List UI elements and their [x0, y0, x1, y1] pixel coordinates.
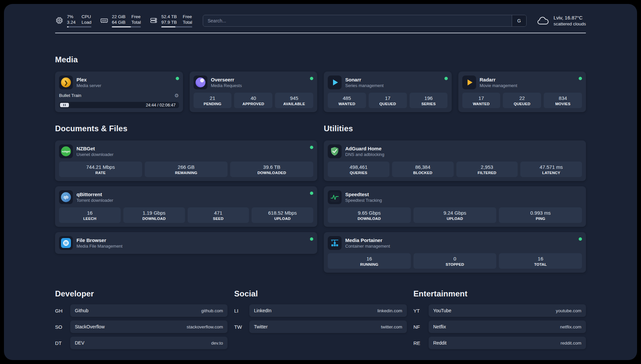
cloud-icon	[536, 16, 550, 26]
now-playing-title: Bullet Train	[59, 93, 81, 98]
bookmark-abbr: NF	[413, 324, 429, 330]
bookmark-group-entertainment: Entertainment YT YouTube youtube.com NF …	[413, 289, 586, 349]
bookmark-group-developer: Developer GH Github github.com SO StackO…	[55, 289, 228, 349]
app-card-speedtest[interactable]: Speedtest Speedtest Tracking 9.65 Gbps D…	[324, 186, 586, 227]
search-engine-button[interactable]: G	[512, 15, 526, 26]
app-card-adguard[interactable]: AdGuard Home DNS and adblocking 498,461 …	[324, 140, 586, 181]
pause-button[interactable]	[60, 103, 69, 107]
stat-box: 0.993 ms PING	[499, 207, 582, 223]
bookmark-abbr: LI	[234, 308, 249, 314]
stat-box: 0 STOPPED	[413, 253, 497, 269]
app-card-plex[interactable]: ❯ Plex Media server Bullet Train ⚙ 24:44…	[55, 72, 183, 112]
stat-box: 17 QUEUED	[369, 93, 407, 108]
sonarr-icon	[328, 76, 342, 89]
media-grid: ❯ Plex Media server Bullet Train ⚙ 24:44…	[55, 72, 586, 112]
speedtest-icon	[328, 190, 342, 204]
gear-icon[interactable]: ⚙	[174, 93, 179, 98]
stat-box: 945 AVAILABLE	[275, 93, 313, 108]
status-dot	[310, 146, 313, 149]
app-card-overseerr[interactable]: Overseerr Media Requests 21 PENDING 40 A…	[190, 72, 318, 112]
weather-widget: Lviv, 16.87°C scattered clouds	[536, 15, 586, 27]
bookmark-link-dev[interactable]: DEV dev.to	[70, 337, 228, 349]
header-divider	[55, 33, 586, 33]
bookmark-abbr: SO	[55, 324, 70, 330]
app-card-portainer[interactable]: Media Portainer Container management 16 …	[324, 232, 586, 273]
app-card-radarr[interactable]: Radarr Movie management 17 WANTED 22 QUE…	[458, 72, 586, 112]
section-title-media: Media	[55, 55, 586, 64]
app-name: Overseerr	[211, 77, 242, 82]
bookmark-link-stackoverflow[interactable]: StackOverflow stackoverflow.com	[70, 320, 228, 333]
bookmark-row: TW Twitter twitter.com	[234, 320, 407, 333]
bookmark-row: YT YouTube youtube.com	[413, 304, 586, 317]
bookmark-abbr: YT	[413, 308, 429, 314]
bookmark-link-linkedin[interactable]: LinkedIn linkedin.com	[249, 304, 407, 317]
stat-box: 618.52 Mbps UPLOAD	[252, 207, 313, 223]
dashboard-panel: 7% CPU 3.24 Load 22 GiB Free	[4, 4, 637, 360]
stat-box: 498,461 QUERIES	[328, 162, 389, 177]
section-title-social: Social	[234, 289, 407, 298]
stat-box: 21 PENDING	[194, 93, 232, 108]
qbittorrent-icon: qb	[59, 190, 73, 204]
ram-label-top: Free	[132, 14, 141, 19]
cpu-label-top: CPU	[81, 14, 91, 19]
bookmark-link-github[interactable]: Github github.com	[70, 304, 228, 317]
files-column: Documents & Files nzbget NZBGet Usenet d…	[55, 124, 317, 273]
status-dot	[310, 237, 313, 241]
stat-box: 39.6 TB DOWNLOADED	[230, 162, 313, 177]
status-dot	[579, 237, 582, 241]
bookmark-row: RE Reddit reddit.com	[413, 337, 586, 349]
status-dot	[579, 77, 582, 80]
app-name: Radarr	[480, 77, 517, 82]
cpu-label-bottom: Load	[81, 19, 91, 25]
app-card-filebrowser[interactable]: File Browser Media File Management	[55, 232, 317, 254]
stat-box: 47.571 ms LATENCY	[520, 162, 582, 177]
top-bar: 7% CPU 3.24 Load 22 GiB Free	[55, 4, 586, 27]
bookmark-abbr: TW	[234, 324, 249, 330]
cpu-bar	[67, 26, 91, 27]
stat-box: 266 GB REMAINING	[145, 162, 228, 177]
stat-box: 40 APPROVED	[234, 93, 272, 108]
bookmark-row: NF Netflix netflix.com	[413, 320, 586, 333]
bookmark-row: LI LinkedIn linkedin.com	[234, 304, 407, 317]
stat-box: 196 SERIES	[410, 93, 448, 108]
ram-free: 22 GiB	[112, 14, 125, 19]
bookmark-row: SO StackOverflow stackoverflow.com	[55, 320, 228, 333]
search-bar: G	[203, 15, 527, 27]
weather-location: Lviv, 16.87°C	[554, 15, 586, 21]
section-title-entertainment: Entertainment	[413, 289, 586, 298]
status-dot	[176, 77, 179, 80]
plex-icon: ❯	[59, 76, 73, 89]
bookmark-link-youtube[interactable]: YouTube youtube.com	[429, 304, 586, 317]
section-title-utilities: Utilities	[324, 124, 586, 133]
app-card-sonarr[interactable]: Sonarr Series management 485 WANTED 17 Q…	[324, 72, 452, 112]
app-subtitle: Media server	[76, 83, 101, 88]
app-card-qbittorrent[interactable]: qb qBittorrent Torrent downloader 16 LEE…	[55, 186, 317, 227]
bookmark-link-reddit[interactable]: Reddit reddit.com	[429, 337, 586, 349]
stat-box: 2,953 FILTERED	[456, 162, 518, 177]
app-card-nzbget[interactable]: nzbget NZBGet Usenet downloader 744.21 M…	[55, 140, 317, 181]
playback-time: 24:44 / 02:06:47	[146, 103, 175, 107]
stat-box: 22 QUEUED	[503, 93, 541, 108]
bookmark-abbr: RE	[413, 340, 429, 346]
cpu-icon	[55, 16, 64, 25]
cpu-load: 3.24	[67, 19, 76, 25]
app-subtitle: Media Requests	[211, 83, 242, 88]
stat-box: 485 WANTED	[328, 93, 366, 108]
section-title-developer: Developer	[55, 289, 228, 298]
stat-box: 1.19 Gbps DOWNLOAD	[123, 207, 185, 223]
app-name: Sonarr	[345, 77, 383, 82]
cpu-percent: 7%	[67, 14, 76, 19]
overseerr-icon	[194, 76, 207, 89]
app-subtitle: Series management	[345, 83, 383, 88]
ram-icon	[100, 16, 108, 25]
weather-condition: scattered clouds	[554, 21, 586, 27]
disk-stat: 52.4 TB Free 97.9 TB Total	[149, 14, 192, 27]
stat-box: 744.21 Mbps RATE	[59, 162, 142, 177]
stat-box: 16 TOTAL	[499, 253, 582, 269]
bookmark-link-twitter[interactable]: Twitter twitter.com	[249, 320, 407, 333]
bookmark-row: DT DEV dev.to	[55, 337, 228, 349]
search-input[interactable]	[203, 15, 512, 26]
stat-box: 9.65 Gbps DOWNLOAD	[328, 207, 411, 223]
bookmark-abbr: DT	[55, 340, 70, 346]
bookmark-link-netflix[interactable]: Netflix netflix.com	[429, 320, 586, 333]
